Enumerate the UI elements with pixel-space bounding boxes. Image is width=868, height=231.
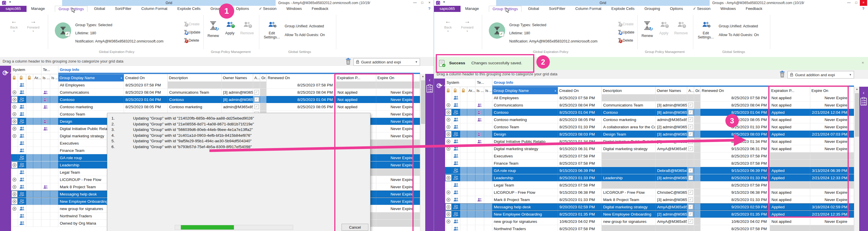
tab-sort-filter[interactable]: Sort/Filter [549, 6, 565, 12]
cell-is1[interactable] [475, 189, 484, 196]
cell-desc[interactable] [602, 94, 656, 101]
cell-desc[interactable]: Digital Initiative Public Relations [602, 138, 656, 145]
cell-l3[interactable] [460, 218, 467, 225]
scroll-up-button[interactable]: ▲ [420, 74, 426, 79]
cell-l3[interactable] [460, 116, 467, 123]
forward-button[interactable]: →Forward▼ [26, 18, 41, 33]
cell-l3[interactable] [460, 130, 467, 138]
cell-is2[interactable] [50, 81, 58, 88]
cell-renewed[interactable]: 8/25/2023 07:58 PM [267, 81, 336, 88]
band-teams[interactable]: Te... [41, 66, 58, 74]
cell-is1[interactable] [475, 203, 484, 210]
cell-name[interactable]: Design [492, 130, 558, 138]
cell-gr[interactable] [694, 145, 701, 152]
cell-created[interactable]: 8/25/2023 01:04 PM [124, 96, 168, 103]
cell-expire[interactable]: 3/18/2024 02:59 PM [810, 203, 854, 210]
cell-is1[interactable] [41, 103, 50, 110]
cell-is1[interactable] [41, 169, 50, 176]
cell-exp[interactable]: Not applied [770, 123, 810, 130]
cell-is1[interactable] [41, 96, 50, 103]
tab-sapio365[interactable]: sapio365 [434, 6, 461, 12]
cell-name[interactable]: LICGROUP - Free Flow [492, 189, 558, 196]
cell-expire[interactable] [810, 152, 854, 159]
cell-expire[interactable] [376, 147, 420, 154]
checkbox-checked[interactable]: ✓ [688, 168, 693, 173]
cell-chk[interactable]: ✓ [687, 174, 694, 181]
cell-is1[interactable] [475, 174, 484, 181]
cell-ar[interactable] [467, 152, 475, 159]
cell-owner[interactable]: [8] admin@M365 [222, 96, 253, 103]
cell-is1[interactable] [475, 196, 484, 203]
cell-exp[interactable] [770, 152, 810, 159]
cell-l3[interactable] [26, 213, 33, 219]
checkbox-checked[interactable]: ✓ [688, 139, 693, 144]
cell-people[interactable] [18, 81, 26, 88]
cell-is2[interactable] [484, 196, 492, 203]
cell-l3[interactable] [460, 167, 467, 174]
cell-desc[interactable]: Communications Team [168, 89, 222, 96]
cell-people[interactable] [452, 138, 460, 145]
cell-is2[interactable] [50, 161, 58, 168]
tab-group-settings[interactable]: Group Settings [489, 6, 522, 12]
cell-is2[interactable] [484, 116, 492, 123]
tab-global[interactable]: Global [528, 6, 539, 12]
cell-renewed[interactable]: 8/25/2023 08:05 PM [701, 116, 770, 123]
cell-ar[interactable] [467, 123, 475, 130]
cell-expire[interactable]: Never Expire [810, 102, 854, 109]
cell-name[interactable]: new group for signatures [492, 218, 558, 225]
cell-is1[interactable] [41, 183, 50, 190]
cell-renewed[interactable]: 9/15/2023 06:38 PM [701, 189, 770, 196]
cell-owner[interactable]: [3] admin@M365 [656, 130, 687, 138]
cell-radio[interactable] [445, 189, 452, 196]
collapse-chevron-icon[interactable]: ‹ [425, 77, 434, 83]
cell-is2[interactable] [484, 102, 492, 109]
cell-is1[interactable] [41, 81, 50, 88]
cell-is1[interactable] [475, 130, 484, 138]
cell-renewed[interactable]: 8/25/2023 08:03 PM [701, 130, 770, 138]
vertical-scrollbar[interactable]: ▲ [420, 74, 426, 231]
cell-exp[interactable]: Applied [770, 109, 810, 116]
cell-expire[interactable]: 3/13/2024 06:39 PM [810, 167, 854, 174]
column-header-desc[interactable]: Description [168, 74, 222, 82]
table-row[interactable]: Finance Team8/25/2023 07:58 PM8/25/2023 … [445, 160, 854, 167]
table-row[interactable]: New Employee Onboarding8/25/2023 01:35 P… [445, 210, 854, 218]
cell-owner[interactable]: [2] admin@M365 [656, 123, 687, 130]
cell-name[interactable]: Contoso marketing [58, 103, 124, 110]
cell-radio[interactable] [11, 89, 18, 96]
cell-desc[interactable]: Contoso marketing [602, 116, 656, 123]
cell-expire[interactable]: Never Expire [376, 205, 420, 212]
cell-exp[interactable]: Not applied [770, 145, 810, 152]
cell-chk[interactable]: ✓ [687, 102, 694, 109]
cell-gr[interactable] [260, 96, 267, 103]
cell-gr[interactable] [694, 189, 701, 196]
cell-desc[interactable]: Communications Team [602, 102, 656, 109]
cell-people[interactable] [452, 167, 460, 174]
table-row[interactable]: LICGROUP - Free Flow9/15/2023 06:38 PMLI… [445, 189, 854, 196]
restore-button[interactable]: □ [418, 0, 426, 6]
cell-created[interactable]: 8/25/2023 01:34 PM [558, 138, 602, 145]
column-header-expire[interactable]: Expire On [810, 87, 854, 94]
cell-created[interactable]: 8/25/2023 07:58 PM [124, 81, 168, 88]
cell-is1[interactable] [475, 102, 484, 109]
cell-people[interactable] [18, 220, 26, 227]
toast-close-icon[interactable]: × [862, 61, 864, 65]
cell-is1[interactable] [41, 118, 50, 125]
cell-radio[interactable] [11, 132, 18, 139]
cell-renewed[interactable]: 8/25/2023 01:04 PM [701, 109, 770, 116]
cell-l3[interactable] [460, 189, 467, 196]
cell-renewed[interactable]: 10/6/2023 04:02 PM [701, 218, 770, 225]
renew-button[interactable]: ↻Renew [205, 21, 221, 38]
collapse-chevron-icon[interactable]: ‹ [859, 90, 868, 95]
cell-ar[interactable] [467, 102, 475, 109]
cell-is1[interactable] [41, 176, 50, 183]
cell-l3[interactable] [26, 154, 33, 161]
cell-l3[interactable] [460, 225, 467, 231]
cell-owner[interactable] [656, 160, 687, 167]
minimize-button[interactable]: — [411, 0, 418, 6]
table-row[interactable]: Contoso8/25/2023 01:04 PMContoso[8] admi… [11, 96, 420, 103]
cell-is2[interactable] [484, 218, 492, 225]
cell-owner[interactable]: DebraB@M365x8 [656, 167, 687, 174]
cell-is2[interactable] [484, 123, 492, 130]
cell-people[interactable] [452, 152, 460, 159]
cell-ar[interactable] [33, 147, 41, 154]
